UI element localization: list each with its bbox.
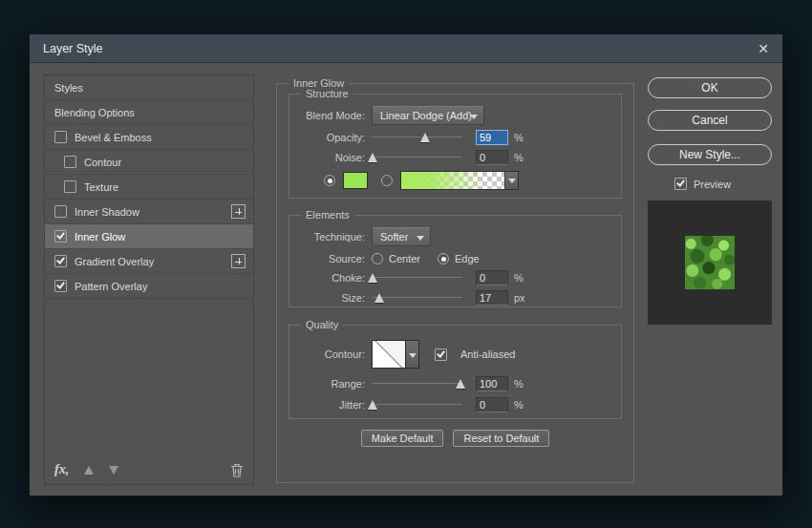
- move-effect-up-icon[interactable]: [84, 466, 94, 475]
- source-row: Source: Center Edge: [295, 251, 613, 266]
- noise-slider[interactable]: [372, 150, 462, 165]
- opacity-unit: %: [514, 132, 524, 143]
- sidebar-item-gradient-overlay[interactable]: Gradient Overlay: [45, 249, 253, 274]
- source-label: Source:: [295, 253, 372, 264]
- contour-row: Contour: Anti-aliased: [295, 339, 613, 370]
- opacity-row: Opacity: %: [295, 130, 613, 145]
- move-effect-down-icon[interactable]: [109, 466, 118, 475]
- jitter-slider[interactable]: [372, 397, 462, 412]
- fx-menu-icon[interactable]: fx,: [54, 462, 69, 477]
- range-input[interactable]: [476, 376, 508, 391]
- jitter-row: Jitter: %: [295, 397, 613, 412]
- contour-picker[interactable]: [372, 340, 419, 369]
- preview-label[interactable]: Preview: [694, 179, 731, 190]
- source-center-radio[interactable]: [372, 253, 383, 264]
- dialog-actions: OK Cancel New Style... Preview: [648, 77, 772, 325]
- checkbox-icon[interactable]: [54, 230, 67, 243]
- blend-mode-row: Blend Mode: Linear Dodge (Add): [295, 106, 613, 125]
- slider-thumb[interactable]: [456, 379, 465, 389]
- glow-color-swatch[interactable]: [343, 172, 368, 189]
- slider-thumb[interactable]: [374, 293, 384, 303]
- size-row: Size: px: [295, 290, 613, 306]
- close-icon[interactable]: ✕: [758, 42, 769, 55]
- add-effect-icon[interactable]: [231, 204, 246, 219]
- dialog-titlebar[interactable]: Layer Style ✕: [30, 34, 782, 63]
- dialog-body: Styles Blending Options Bevel & Emboss C…: [30, 63, 782, 496]
- blend-mode-select[interactable]: Linear Dodge (Add): [372, 106, 484, 125]
- noise-input[interactable]: [476, 150, 508, 165]
- antialiased-checkbox[interactable]: [435, 348, 447, 361]
- slider-thumb[interactable]: [368, 153, 377, 162]
- new-style-button[interactable]: New Style...: [648, 144, 772, 165]
- sidebar-item-inner-shadow[interactable]: Inner Shadow: [45, 200, 253, 224]
- jitter-unit: %: [514, 399, 524, 411]
- sidebar-item-label: Inner Shadow: [75, 206, 139, 218]
- quality-group: Quality Contour: Anti-aliased Range:: [288, 325, 622, 419]
- contour-thumbnail[interactable]: [372, 340, 406, 369]
- reset-to-default-button[interactable]: Reset to Default: [453, 430, 549, 447]
- elements-group: Elements Technique: Softer Source: Cente…: [288, 215, 622, 307]
- ok-button[interactable]: OK: [648, 77, 772, 98]
- quality-legend: Quality: [301, 319, 343, 331]
- structure-legend: Structure: [301, 88, 353, 100]
- jitter-label: Jitter:: [295, 399, 372, 411]
- checkbox-icon[interactable]: [54, 255, 67, 267]
- choke-input[interactable]: [476, 270, 508, 285]
- sidebar-item-pattern-overlay[interactable]: Pattern Overlay: [45, 274, 253, 299]
- slider-track: [372, 277, 462, 278]
- range-slider[interactable]: [372, 376, 462, 391]
- gradient-radio[interactable]: [381, 175, 393, 186]
- slider-thumb[interactable]: [368, 273, 377, 283]
- checkbox-icon[interactable]: [64, 180, 76, 193]
- checkbox-icon[interactable]: [54, 131, 67, 143]
- antialiased-label[interactable]: Anti-aliased: [460, 348, 515, 360]
- make-default-button[interactable]: Make Default: [361, 430, 444, 447]
- sidebar-item-styles[interactable]: Styles: [45, 75, 253, 100]
- sidebar-item-contour[interactable]: Contour: [45, 150, 253, 175]
- choke-unit: %: [514, 272, 524, 284]
- cancel-button[interactable]: Cancel: [648, 110, 772, 131]
- opacity-slider[interactable]: [372, 130, 462, 145]
- sidebar-item-label: Pattern Overlay: [75, 281, 147, 292]
- chevron-down-icon[interactable]: [406, 340, 419, 369]
- slider-track: [372, 137, 462, 137]
- technique-row: Technique: Softer: [295, 227, 613, 246]
- check-icon: [437, 348, 445, 357]
- sidebar-item-texture[interactable]: Texture: [45, 175, 253, 200]
- add-effect-icon[interactable]: [231, 254, 246, 268]
- choke-row: Choke: %: [295, 270, 613, 285]
- gradient-preview: [401, 172, 504, 189]
- range-unit: %: [514, 378, 524, 390]
- source-edge-label[interactable]: Edge: [455, 253, 480, 264]
- defaults-button-row: Make Default Reset to Default: [277, 430, 633, 447]
- slider-thumb[interactable]: [420, 133, 430, 142]
- gradient-picker[interactable]: [400, 171, 519, 190]
- size-input[interactable]: [476, 290, 508, 306]
- delete-effect-icon[interactable]: [230, 463, 244, 477]
- sidebar-item-blending-options[interactable]: Blending Options: [45, 100, 253, 125]
- checkbox-icon[interactable]: [64, 156, 76, 168]
- sidebar-item-label: Bevel & Emboss: [75, 132, 152, 143]
- slider-thumb[interactable]: [368, 400, 377, 410]
- checkbox-icon[interactable]: [54, 205, 67, 218]
- checkbox-icon[interactable]: [54, 280, 67, 292]
- source-center-label[interactable]: Center: [389, 253, 420, 264]
- sidebar-item-label: Styles: [54, 82, 83, 94]
- color-radio[interactable]: [324, 175, 335, 186]
- elements-legend: Elements: [301, 209, 354, 222]
- technique-select[interactable]: Softer: [372, 227, 431, 246]
- source-edge-radio[interactable]: [438, 253, 449, 264]
- technique-value: Softer: [380, 231, 408, 243]
- opacity-input[interactable]: [476, 130, 508, 145]
- styles-list-panel: Styles Blending Options Bevel & Emboss C…: [44, 74, 254, 485]
- chevron-down-icon[interactable]: [504, 172, 518, 189]
- sidebar-item-inner-glow[interactable]: Inner Glow: [45, 224, 253, 249]
- jitter-input[interactable]: [476, 397, 508, 412]
- preview-checkbox[interactable]: [674, 178, 687, 190]
- blend-mode-label: Blend Mode:: [295, 110, 372, 121]
- size-slider[interactable]: [372, 290, 462, 306]
- size-unit: px: [514, 292, 525, 304]
- sidebar-item-label: Contour: [84, 157, 121, 168]
- choke-slider[interactable]: [372, 270, 462, 285]
- sidebar-item-bevel-emboss[interactable]: Bevel & Emboss: [45, 125, 253, 150]
